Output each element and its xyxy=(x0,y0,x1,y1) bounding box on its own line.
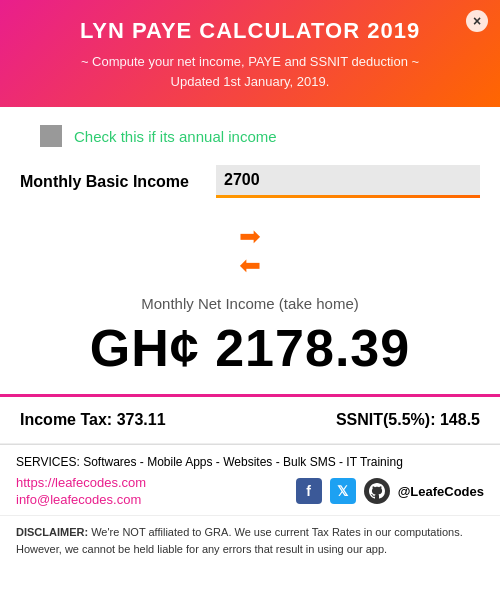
income-tax-item: Income Tax: 373.11 xyxy=(20,411,250,429)
ssnit-tax-item: SSNIT(5.5%): 148.5 xyxy=(250,411,480,429)
calculator-container: × LYN PAYE CALCULATOR 2019 ~ Compute you… xyxy=(0,0,500,601)
footer-services: SERVICES: Softwares - Mobile Apps - Webs… xyxy=(0,444,500,515)
income-row: Monthly Basic Income xyxy=(0,155,500,198)
net-income-label: Monthly Net Income (take home) xyxy=(20,295,480,312)
income-tax-label: Income Tax: xyxy=(20,411,112,428)
services-bottom: https://leafecodes.com info@leafecodes.c… xyxy=(16,475,484,507)
website-link[interactable]: https://leafecodes.com xyxy=(16,475,146,490)
disclaimer-text: DISCLAIMER: We're NOT affiliated to GRA.… xyxy=(16,524,484,557)
close-button[interactable]: × xyxy=(466,10,488,32)
main-content: Check this if its annual income Monthly … xyxy=(0,107,500,601)
annual-checkbox[interactable] xyxy=(40,125,62,147)
disclaimer-section: DISCLAIMER: We're NOT affiliated to GRA.… xyxy=(0,515,500,567)
income-input[interactable] xyxy=(216,165,480,195)
income-input-wrapper xyxy=(216,165,480,198)
swap-arrows-icon: ➡ ➡ xyxy=(239,222,261,279)
header: × LYN PAYE CALCULATOR 2019 ~ Compute you… xyxy=(0,0,500,107)
twitter-icon[interactable]: 𝕏 xyxy=(330,478,356,504)
subtitle-line2: Updated 1st January, 2019. xyxy=(171,74,330,89)
net-income-amount: 2178.39 xyxy=(215,319,410,377)
income-tax-value: 373.11 xyxy=(117,411,166,428)
links-column: https://leafecodes.com info@leafecodes.c… xyxy=(16,475,146,507)
social-handle: @LeafeCodes xyxy=(398,484,484,499)
net-income-section: Monthly Net Income (take home) GH¢ 2178.… xyxy=(0,295,500,394)
ssnit-value: 148.5 xyxy=(440,411,480,428)
arrows-section: ➡ ➡ xyxy=(0,198,500,295)
app-subtitle: ~ Compute your net income, PAYE and SSNI… xyxy=(20,52,480,91)
annual-check-label[interactable]: Check this if its annual income xyxy=(74,128,277,145)
annual-check-row: Check this if its annual income xyxy=(0,107,500,155)
social-row: f 𝕏 @LeafeCodes xyxy=(296,478,484,504)
arrow-right-icon: ➡ xyxy=(239,222,261,251)
net-income-currency: GH¢ xyxy=(90,319,200,377)
email-link[interactable]: info@leafecodes.com xyxy=(16,492,146,507)
ssnit-label: SSNIT(5.5%): xyxy=(336,411,436,428)
facebook-icon[interactable]: f xyxy=(296,478,322,504)
income-label: Monthly Basic Income xyxy=(20,173,200,191)
arrow-left-icon: ➡ xyxy=(239,251,261,280)
subtitle-line1: ~ Compute your net income, PAYE and SSNI… xyxy=(81,54,419,69)
net-income-value: GH¢ 2178.39 xyxy=(20,318,480,378)
app-title: LYN PAYE CALCULATOR 2019 xyxy=(20,18,480,44)
services-text: SERVICES: Softwares - Mobile Apps - Webs… xyxy=(16,455,484,469)
tax-row: Income Tax: 373.11 SSNIT(5.5%): 148.5 xyxy=(0,397,500,444)
github-icon[interactable] xyxy=(364,478,390,504)
